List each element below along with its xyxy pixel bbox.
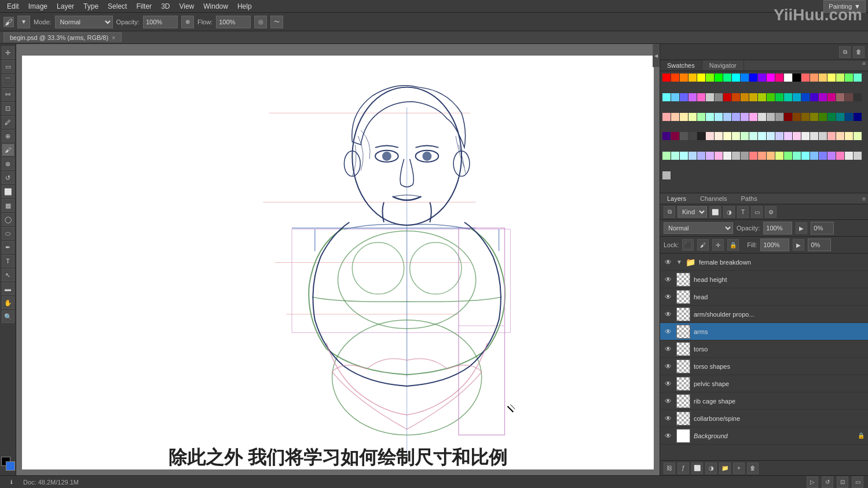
clone-stamp-tool[interactable]: ⊗	[2, 157, 14, 170]
swatch-cell[interactable]	[854, 132, 862, 140]
swatch-cell[interactable]	[810, 93, 818, 101]
menu-image[interactable]: Image	[24, 1, 52, 12]
swatch-cell[interactable]	[697, 152, 705, 160]
filter-kind-select[interactable]: Kind	[677, 206, 707, 218]
fill-input[interactable]	[760, 239, 789, 251]
layer-item[interactable]: 👁arms	[660, 323, 868, 340]
swatch-cell[interactable]	[819, 74, 827, 82]
layer-item[interactable]: 👁torso shapes	[660, 358, 868, 375]
status-rotate-btn[interactable]: ↺	[822, 476, 833, 488]
layer-visibility-btn[interactable]: 👁	[664, 327, 673, 336]
swatch-cell[interactable]	[758, 132, 766, 140]
background-color[interactable]	[6, 461, 15, 471]
swatch-cell[interactable]	[680, 93, 688, 101]
zoom-tool[interactable]: 🔍	[2, 310, 14, 323]
swatch-cell[interactable]	[662, 171, 671, 179]
brush-tool[interactable]: 🖌	[2, 144, 14, 156]
layer-visibility-btn[interactable]: 👁	[664, 275, 673, 284]
move-tool[interactable]: ✛	[2, 46, 14, 59]
swatch-cell[interactable]	[836, 93, 844, 101]
blend-mode-select[interactable]: Normal	[55, 16, 113, 28]
status-screen-btn[interactable]: ▭	[852, 476, 863, 488]
swatch-cell[interactable]	[845, 113, 853, 121]
lock-transparent-btn[interactable]: ⬛	[682, 239, 694, 251]
path-select-tool[interactable]: ↖	[2, 269, 14, 281]
quick-select-tool[interactable]: ⚯	[2, 88, 14, 101]
swatch-cell[interactable]	[767, 152, 775, 160]
swatch-cell[interactable]	[697, 93, 705, 101]
menu-type[interactable]: Type	[79, 1, 103, 12]
swatch-cell[interactable]	[706, 93, 714, 101]
swatches-menu-btn[interactable]: ≡	[860, 60, 868, 71]
document-tab[interactable]: begin.psd @ 33.3% (arms, RGB/8) ×	[3, 32, 122, 42]
dodge-tool[interactable]: ⬭	[2, 227, 14, 240]
smoothing-btn[interactable]: 〜	[270, 16, 283, 28]
layer-item[interactable]: 👁pelvic shape	[660, 375, 868, 392]
swatch-cell[interactable]	[723, 132, 731, 140]
swatch-cell[interactable]	[767, 93, 775, 101]
swatch-cell[interactable]	[784, 74, 792, 82]
swatch-cell[interactable]	[671, 152, 679, 160]
swatch-cell[interactable]	[723, 93, 731, 101]
swatch-cell[interactable]	[671, 113, 679, 121]
swatch-cell[interactable]	[688, 113, 697, 121]
swatch-cell[interactable]	[741, 132, 749, 140]
status-zoom-fit-btn[interactable]: ⊡	[837, 476, 848, 488]
lasso-tool[interactable]: ⌒	[2, 74, 14, 87]
pen-tool[interactable]: ✒	[2, 241, 14, 254]
swatch-cell[interactable]	[671, 74, 679, 82]
marquee-tool[interactable]: ▭	[2, 60, 14, 73]
hand-tool[interactable]: ✋	[2, 296, 14, 309]
swatch-cell[interactable]	[758, 113, 766, 121]
swatch-cell[interactable]	[680, 132, 688, 140]
layer-blend-mode[interactable]: Normal	[664, 222, 733, 234]
history-brush-tool[interactable]: ↺	[2, 171, 14, 184]
layer-opacity-more[interactable]: ▶	[796, 222, 807, 234]
swatch-cell[interactable]	[784, 152, 792, 160]
healing-brush-tool[interactable]: ⊕	[2, 130, 14, 142]
status-timeline-btn[interactable]: ▷	[807, 476, 818, 488]
swatch-cell[interactable]	[662, 74, 671, 82]
swatch-cell[interactable]	[775, 93, 783, 101]
menu-3d[interactable]: 3D	[156, 1, 174, 12]
panel-trash-btn[interactable]: 🗑	[853, 46, 865, 58]
fill-more[interactable]: ▶	[793, 239, 804, 251]
swatch-cell[interactable]	[793, 152, 801, 160]
swatch-cell[interactable]	[715, 132, 723, 140]
gradient-tool[interactable]: ▦	[2, 199, 14, 212]
swatch-cell[interactable]	[749, 152, 757, 160]
swatch-cell[interactable]	[784, 113, 792, 121]
swatch-cell[interactable]	[775, 74, 783, 82]
swatch-cell[interactable]	[715, 74, 723, 82]
swatch-cell[interactable]	[854, 113, 862, 121]
tab-close-btn[interactable]: ×	[112, 35, 115, 41]
swatch-cell[interactable]	[749, 74, 757, 82]
swatch-cell[interactable]	[697, 113, 705, 121]
swatch-cell[interactable]	[784, 132, 792, 140]
swatch-cell[interactable]	[810, 113, 818, 121]
swatch-cell[interactable]	[810, 132, 818, 140]
swatch-cell[interactable]	[688, 93, 697, 101]
swatch-cell[interactable]	[819, 93, 827, 101]
swatch-cell[interactable]	[801, 132, 810, 140]
status-info-btn[interactable]: ℹ	[5, 476, 17, 489]
swatch-cell[interactable]	[810, 152, 818, 160]
swatch-cell[interactable]	[784, 93, 792, 101]
filter-pixel-btn[interactable]: ⬜	[709, 206, 721, 218]
swatch-cell[interactable]	[827, 74, 836, 82]
swatch-cell[interactable]	[662, 93, 671, 101]
swatch-cell[interactable]	[749, 93, 757, 101]
menu-help[interactable]: Help	[233, 1, 257, 12]
flow-input[interactable]	[216, 16, 251, 28]
layer-delete-btn[interactable]: 🗑	[747, 463, 759, 474]
swatch-cell[interactable]	[775, 113, 783, 121]
layer-visibility-btn[interactable]: 👁	[664, 379, 673, 388]
lock-all-btn[interactable]: 🔒	[727, 239, 739, 251]
layer-item[interactable]: 👁head height	[660, 271, 868, 288]
layer-expand-arrow[interactable]: ▼	[676, 259, 682, 265]
opacity-input[interactable]	[143, 16, 178, 28]
swatch-cell[interactable]	[706, 113, 714, 121]
swatch-cell[interactable]	[749, 113, 757, 121]
swatch-cell[interactable]	[793, 113, 801, 121]
brush-tool-options[interactable]: 🖌	[3, 17, 14, 27]
